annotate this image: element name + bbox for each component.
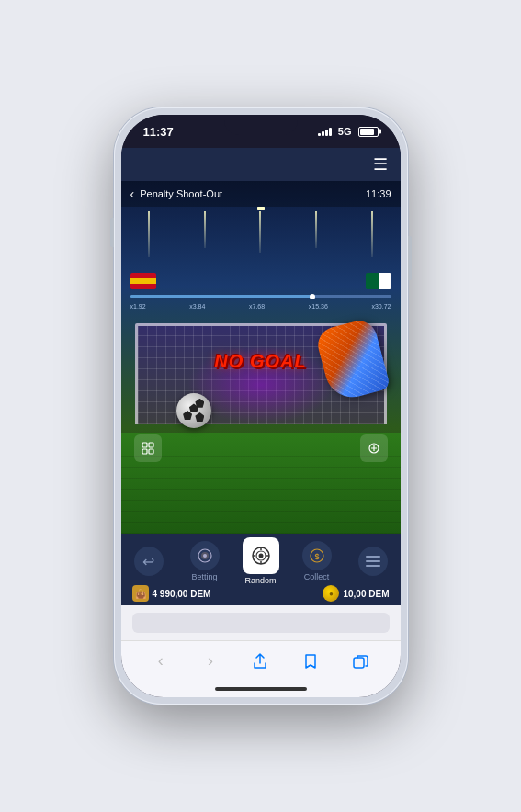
coins-balance: ● 10,00 DEM [323, 585, 389, 602]
multiplier-dot [310, 294, 315, 299]
mult-3: x7.68 [249, 303, 265, 310]
game-icon-buttons [121, 434, 401, 462]
app-nav-bar: ☰ [121, 148, 401, 181]
random-label: Random [244, 576, 276, 585]
network-type: 5G [338, 126, 352, 137]
wallet-amount: 4 990,00 DEM [153, 589, 211, 599]
game-icon-left[interactable] [134, 434, 162, 462]
collect-label: Collect [304, 572, 330, 581]
controls-row: ↩ Betting [129, 537, 393, 585]
browser-back-icon: ‹ [158, 651, 164, 671]
tabs-icon [351, 652, 369, 671]
wallet-balance: 👜 4 990,00 DEM [132, 585, 211, 602]
random-icon [251, 546, 271, 566]
home-indicator [121, 681, 401, 697]
menu-lines-icon [366, 556, 380, 567]
betting-icon [197, 547, 213, 564]
status-time: 11:37 [143, 125, 174, 139]
svg-point-7 [203, 554, 207, 558]
mult-5: x30.72 [371, 303, 391, 310]
notch [224, 115, 298, 135]
spain-flag [130, 273, 156, 289]
home-bar [215, 687, 307, 691]
wallet-icon: 👜 [132, 585, 149, 602]
goalkeeper-glove [323, 323, 382, 397]
phone-frame: 11:37 5G ☰ ‹ [114, 107, 408, 705]
game-title: Penalty Shoot-Out [140, 188, 222, 199]
hamburger-menu-icon[interactable]: ☰ [373, 156, 388, 173]
multiplier-bar [130, 295, 391, 298]
betting-button[interactable]: Betting [185, 541, 225, 581]
multiplier-progress [130, 295, 313, 298]
browser-forward-icon: › [208, 651, 213, 671]
browser-navigation: ‹ › [121, 640, 401, 681]
light-head-5 [257, 207, 265, 210]
no-goal-text: NO GOAL [214, 351, 306, 372]
stadium-lights [121, 207, 401, 280]
collect-button[interactable]: $ Collect [297, 541, 337, 581]
status-icons: 5G [318, 126, 379, 137]
game-area: ‹ Penalty Shoot-Out 11:39 [121, 181, 401, 534]
flags-row [130, 273, 391, 289]
back-button[interactable]: ↩ [129, 547, 169, 576]
svg-text:$: $ [314, 552, 319, 561]
mult-2: x3.84 [189, 303, 205, 310]
battery-icon [358, 127, 379, 137]
share-icon [251, 652, 269, 671]
game-back-arrow[interactable]: ‹ [130, 186, 135, 201]
phone-screen: 11:37 5G ☰ ‹ [121, 115, 401, 697]
game-clock: 11:39 [366, 188, 391, 199]
betting-label: Betting [191, 572, 217, 581]
browser-tabs-button[interactable] [346, 648, 374, 675]
browser-back-button[interactable]: ‹ [147, 648, 175, 675]
svg-point-9 [258, 554, 263, 558]
browser-url-bar [121, 605, 401, 640]
collect-icon: $ [309, 547, 325, 564]
coins-amount: 10,00 DEM [343, 589, 389, 599]
random-button[interactable]: Random [241, 537, 281, 585]
mult-4: x15.36 [309, 303, 328, 310]
url-input[interactable] [132, 613, 390, 633]
browser-bookmark-button[interactable] [297, 648, 324, 675]
battery-fill [360, 129, 374, 135]
signal-icon [318, 127, 332, 136]
bottom-controls: ↩ Betting [121, 534, 401, 605]
menu-button[interactable] [353, 547, 393, 576]
browser-share-button[interactable] [246, 648, 274, 675]
soccer-ball [176, 393, 211, 428]
svg-rect-0 [142, 443, 147, 447]
status-bar: 11:37 5G [121, 115, 401, 148]
multiplier-labels: x1.92 x3.84 x7.68 x15.36 x30.72 [130, 303, 391, 310]
browser-forward-button[interactable]: › [197, 648, 224, 675]
coins-icon: ● [323, 585, 339, 602]
balance-row: 👜 4 990,00 DEM ● 10,00 DEM [129, 585, 393, 605]
mult-1: x1.92 [130, 303, 146, 310]
teams-multipliers-row: x1.92 x3.84 x7.68 x15.36 x30.72 [130, 273, 391, 310]
svg-rect-3 [149, 449, 153, 454]
svg-rect-12 [354, 658, 364, 668]
svg-rect-2 [142, 449, 147, 454]
back-arrow-icon: ↩ [142, 553, 154, 570]
game-header: ‹ Penalty Shoot-Out 11:39 [121, 181, 401, 207]
game-icon-right[interactable] [360, 434, 388, 462]
svg-rect-1 [149, 443, 153, 447]
bookmark-icon [301, 652, 320, 671]
algeria-flag [366, 273, 391, 289]
